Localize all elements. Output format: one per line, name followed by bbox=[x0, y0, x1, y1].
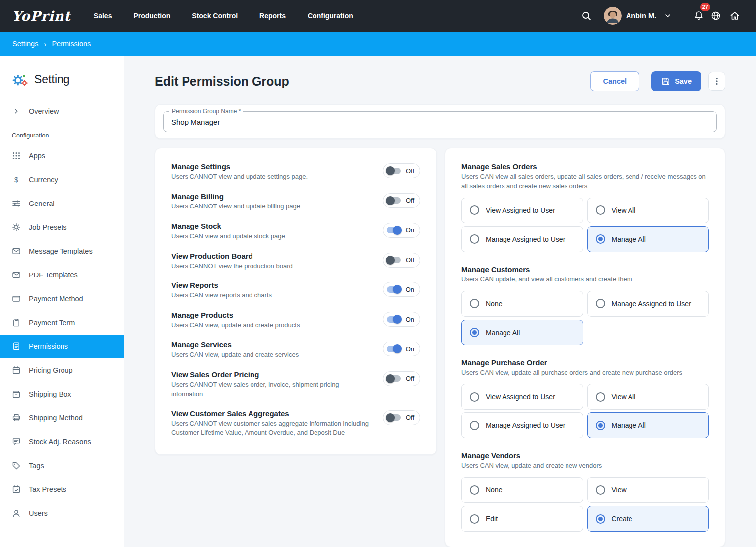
radio-selected-icon bbox=[596, 514, 605, 524]
toggle-view-sales-order-pricing[interactable]: Off bbox=[383, 371, 420, 386]
toggle-switch bbox=[387, 375, 401, 382]
sidebar-item-shipping-box[interactable]: Shipping Box bbox=[0, 382, 124, 406]
option-manage-sales-orders-view-all[interactable]: View All bbox=[587, 198, 709, 223]
radio-selected-icon bbox=[596, 421, 605, 430]
document-icon bbox=[12, 342, 21, 351]
settings-gears-icon bbox=[11, 70, 29, 88]
toggle-knob bbox=[393, 285, 402, 294]
option-manage-customers-manage-all[interactable]: Manage All bbox=[461, 320, 583, 345]
option-manage-sales-orders-view-assigned-to-user[interactable]: View Assigned to User bbox=[461, 198, 583, 223]
toggle-row-view-production-board: View Production Board Users CANNOT view … bbox=[171, 252, 420, 271]
sidebar-item-label: Shipping Method bbox=[29, 414, 83, 422]
toggle-view-reports[interactable]: On bbox=[383, 282, 420, 297]
option-manage-customers-manage-assigned-to-user[interactable]: Manage Assigned to User bbox=[587, 291, 709, 317]
option-manage-purchase-order-manage-all[interactable]: Manage All bbox=[587, 412, 709, 438]
permissions-columns: Manage Settings Users CANNOT view and up… bbox=[155, 148, 725, 547]
toggle-view-production-board[interactable]: Off bbox=[383, 253, 420, 268]
toggle-manage-services[interactable]: On bbox=[383, 342, 420, 356]
sidebar-item-payment-term[interactable]: Payment Term bbox=[0, 311, 124, 335]
radio-options: None View Edit Create bbox=[461, 477, 709, 532]
page-title: Edit Permission Group bbox=[155, 74, 289, 89]
notifications-button[interactable]: 27 bbox=[692, 6, 706, 25]
option-manage-vendors-create[interactable]: Create bbox=[587, 506, 709, 532]
more-options-button[interactable] bbox=[708, 72, 725, 91]
sidebar-item-pricing-group[interactable]: Pricing Group bbox=[0, 358, 124, 382]
sidebar-item-users[interactable]: Users bbox=[0, 501, 124, 525]
option-manage-vendors-edit[interactable]: Edit bbox=[461, 506, 583, 532]
toggle-title: Manage Settings bbox=[171, 162, 308, 171]
toggle-knob bbox=[386, 196, 395, 205]
toggle-description: Users CAN view, update and create servic… bbox=[171, 350, 299, 360]
sidebar-item-apps[interactable]: Apps bbox=[0, 144, 124, 168]
toggle-manage-products[interactable]: On bbox=[383, 312, 420, 327]
option-manage-vendors-none[interactable]: None bbox=[461, 477, 583, 503]
option-manage-sales-orders-manage-all[interactable]: Manage All bbox=[587, 226, 709, 252]
user-menu[interactable]: Anbin M. bbox=[604, 7, 672, 25]
save-button[interactable]: Save bbox=[651, 71, 701, 91]
option-manage-customers-none[interactable]: None bbox=[461, 291, 583, 317]
sidebar-item-label: Users bbox=[29, 509, 48, 517]
group-manage-purchase-order: Manage Purchase Order Users CAN view, up… bbox=[461, 358, 709, 439]
option-manage-purchase-order-manage-assigned-to-user[interactable]: Manage Assigned to User bbox=[461, 412, 583, 438]
option-manage-purchase-order-view-all[interactable]: View All bbox=[587, 384, 709, 410]
chevron-down-icon bbox=[664, 12, 672, 20]
sidebar-item-label: General bbox=[29, 200, 55, 207]
nav-production[interactable]: Production bbox=[133, 12, 170, 20]
toggle-title: View Reports bbox=[171, 281, 272, 289]
sidebar-item-general[interactable]: General bbox=[0, 192, 124, 215]
sidebar-item-label: Currency bbox=[29, 176, 58, 184]
sidebar-item-job-presets[interactable]: Job Presets bbox=[0, 215, 124, 239]
group-manage-vendors: Manage Vendors Users CAN view, update an… bbox=[461, 451, 709, 532]
sliders-icon bbox=[12, 199, 21, 208]
toggle-manage-settings[interactable]: Off bbox=[383, 163, 420, 178]
toggle-manage-billing[interactable]: Off bbox=[383, 193, 420, 208]
sidebar-item-label: PDF Templates bbox=[29, 271, 78, 279]
sidebar-item-tax-presets[interactable]: Tax Presets bbox=[0, 478, 124, 501]
breadcrumb-settings[interactable]: Settings bbox=[12, 40, 38, 48]
cancel-button[interactable]: Cancel bbox=[590, 71, 640, 91]
toggle-manage-stock[interactable]: On bbox=[383, 223, 420, 238]
search-button[interactable] bbox=[577, 6, 596, 25]
sidebar-item-message-templates[interactable]: Message Templates bbox=[0, 239, 124, 263]
sidebar-title: Setting bbox=[34, 73, 70, 86]
permission-group-name-input[interactable] bbox=[171, 118, 709, 126]
toggle-knob bbox=[393, 315, 402, 324]
sidebar-item-shipping-method[interactable]: Shipping Method bbox=[0, 406, 124, 430]
sidebar-item-payment-method[interactable]: Payment Method bbox=[0, 287, 124, 311]
sidebar-item-stock-adj-reasons[interactable]: Stock Adj. Reasons bbox=[0, 430, 124, 454]
nav-configuration[interactable]: Configuration bbox=[308, 12, 353, 20]
sidebar-section-configuration: Configuration bbox=[0, 123, 124, 144]
toggle-knob bbox=[386, 374, 395, 383]
sidebar-item-overview[interactable]: Overview bbox=[0, 99, 124, 123]
permission-group-name-field[interactable]: Permission Group Name * bbox=[163, 111, 717, 132]
radio-unselected-icon bbox=[470, 205, 479, 215]
sidebar-item-pdf-templates[interactable]: PDF Templates bbox=[0, 263, 124, 287]
option-manage-vendors-view[interactable]: View bbox=[587, 477, 709, 503]
toggle-description: Users CAN view reports and charts bbox=[171, 291, 272, 300]
sidebar-item-label: Job Presets bbox=[29, 223, 67, 231]
toggle-view-customer-sales-aggregates[interactable]: Off bbox=[383, 410, 420, 425]
option-manage-sales-orders-manage-assigned-to-user[interactable]: Manage Assigned to User bbox=[461, 226, 583, 252]
home-button[interactable] bbox=[725, 6, 744, 25]
option-label: Edit bbox=[486, 515, 498, 523]
option-label: Manage Assigned to User bbox=[612, 300, 691, 308]
toggle-knob bbox=[393, 226, 402, 235]
option-manage-purchase-order-view-assigned-to-user[interactable]: View Assigned to User bbox=[461, 384, 583, 410]
radio-unselected-icon bbox=[596, 485, 605, 495]
sidebar-item-tags[interactable]: Tags bbox=[0, 454, 124, 478]
nav-sales[interactable]: Sales bbox=[94, 12, 112, 20]
yoprint-logo[interactable]: YoPrint bbox=[12, 8, 71, 24]
group-title: Manage Vendors bbox=[461, 451, 709, 460]
sidebar-item-label: Payment Method bbox=[29, 295, 83, 303]
group-description: Users CAN view, update all purchase orde… bbox=[461, 368, 709, 378]
breadcrumb-permissions[interactable]: Permissions bbox=[52, 40, 91, 48]
option-label: View Assigned to User bbox=[486, 393, 555, 401]
option-label: Manage Assigned to User bbox=[486, 421, 565, 429]
breadcrumb: Settings › Permissions bbox=[0, 32, 756, 56]
option-label: Manage Assigned to User bbox=[486, 235, 565, 243]
nav-reports[interactable]: Reports bbox=[259, 12, 286, 20]
sidebar-item-permissions[interactable]: Permissions bbox=[0, 335, 124, 358]
nav-stock-control[interactable]: Stock Control bbox=[192, 12, 238, 20]
sidebar-item-currency[interactable]: $ Currency bbox=[0, 168, 124, 192]
radio-unselected-icon bbox=[596, 299, 605, 308]
